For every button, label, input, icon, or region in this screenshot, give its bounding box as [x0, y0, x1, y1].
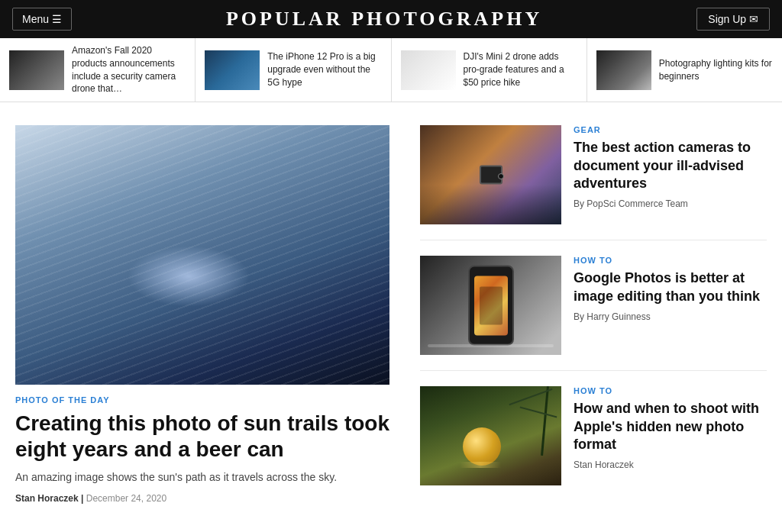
article-category-2: HOW TO — [574, 386, 767, 395]
news-item-3[interactable]: Photography lighting kits for beginners — [587, 38, 782, 102]
menu-button[interactable]: Menu ☰ — [12, 8, 72, 31]
article-byline-0: By PopSci Commerce Team — [574, 198, 767, 209]
article-item-2[interactable]: HOW TO How and when to shoot with Apple'… — [420, 371, 767, 501]
featured-article[interactable]: PHOTO OF THE DAY Creating this photo of … — [15, 125, 389, 504]
featured-image — [15, 125, 389, 385]
news-item-2[interactable]: DJI's Mini 2 drone adds pro-grade featur… — [392, 38, 587, 102]
featured-author: Stan Horaczek — [15, 493, 79, 504]
featured-byline: Stan Horaczek | December 24, 2020 — [15, 493, 389, 504]
featured-title: Creating this photo of sun trails took e… — [15, 411, 389, 462]
article-item-0[interactable]: GEAR The best action cameras to document… — [420, 125, 767, 240]
news-thumb-0 — [9, 50, 64, 90]
article-content-0: GEAR The best action cameras to document… — [574, 125, 767, 224]
article-category-1: HOW TO — [574, 256, 767, 265]
article-title-2: How and when to shoot with Apple's hidde… — [574, 400, 767, 453]
article-category-0: GEAR — [574, 125, 767, 134]
article-byline-1: By Harry Guinness — [574, 311, 767, 322]
site-header: Menu ☰ POPULAR PHOTOGRAPHY Sign Up ✉ — [0, 0, 782, 38]
news-thumb-2 — [401, 50, 456, 90]
featured-category: PHOTO OF THE DAY — [15, 395, 389, 405]
news-item-1[interactable]: The iPhone 12 Pro is a big upgrade even … — [196, 38, 391, 102]
article-title-1: Google Photos is better at image editing… — [574, 269, 767, 305]
news-text-3: Photography lighting kits for beginners — [659, 57, 773, 83]
news-bar: Amazon's Fall 2020 products announcement… — [0, 38, 782, 102]
article-title-0: The best action cameras to document your… — [574, 139, 767, 192]
article-byline-2: Stan Horaczek — [574, 459, 767, 470]
article-thumb-1 — [420, 256, 561, 355]
article-content-1: HOW TO Google Photos is better at image … — [574, 256, 767, 355]
article-thumb-2 — [420, 386, 561, 485]
news-text-1: The iPhone 12 Pro is a big upgrade even … — [267, 50, 381, 89]
main-content: PHOTO OF THE DAY Creating this photo of … — [0, 102, 782, 519]
byline-separator: | — [81, 493, 86, 504]
featured-description: An amazing image shows the sun's path as… — [15, 469, 389, 485]
article-list: GEAR The best action cameras to document… — [420, 125, 767, 504]
featured-date: December 24, 2020 — [86, 493, 166, 504]
news-item-0[interactable]: Amazon's Fall 2020 products announcement… — [0, 38, 196, 102]
signup-button[interactable]: Sign Up ✉ — [696, 8, 770, 31]
news-text-0: Amazon's Fall 2020 products announcement… — [72, 44, 186, 95]
news-text-2: DJI's Mini 2 drone adds pro-grade featur… — [464, 50, 577, 89]
article-thumb-0 — [420, 125, 561, 224]
site-title: POPULAR PHOTOGRAPHY — [226, 8, 542, 31]
article-content-2: HOW TO How and when to shoot with Apple'… — [574, 386, 767, 485]
news-thumb-1 — [205, 50, 260, 90]
article-item-1[interactable]: HOW TO Google Photos is better at image … — [420, 240, 767, 371]
news-thumb-3 — [596, 50, 651, 90]
